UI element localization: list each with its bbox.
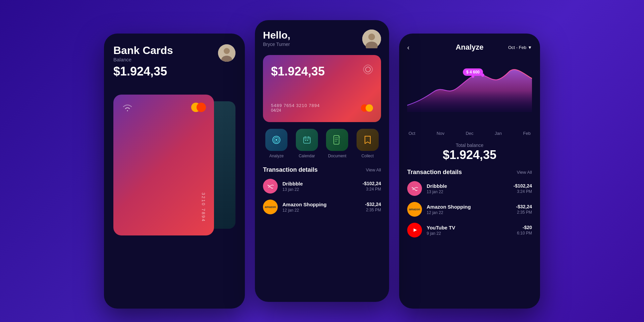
youtube-time-right: 6:10 PM [517,231,532,235]
youtube-info-right: YouTube TV 9 jan 22 [427,225,512,236]
balance-amount-left: $1.924,35 [113,64,173,78]
amazon-info-right: Amazon Shopping 12 jan 22 [427,204,512,215]
collect-label: Collect [361,154,374,158]
youtube-amount-right: -$20 [517,225,532,230]
tx-section-title-center: Transaction details [263,166,318,173]
amazon-logo-center: amazon [263,200,278,214]
chevron-down-icon: ▼ [528,45,532,50]
balance-label: Balance [113,57,173,62]
transactions-header-right: Transaction details View All [407,169,532,176]
bank-cards-title: Bank Cards [113,44,173,57]
svg-point-1 [224,48,230,54]
amazon-amount-center: -$32,24 [365,202,381,207]
left-phone-content: Bank Cards Balance $1.924,35 [113,44,173,87]
dribbble-info-center: Dribbble 13 jan 22 [282,181,358,192]
total-amount: $1.924,35 [407,148,532,162]
card-number-block: 5489 7654 3210 7894 04/24 [271,103,320,113]
svg-point-21 [411,185,418,192]
youtube-name-right: YouTube TV [427,225,512,230]
svg-rect-15 [334,136,339,144]
document-label: Document [328,154,346,158]
date-filter[interactable]: Oct - Feb ▼ [508,45,532,50]
tx-item-amazon-center: amazon Amazon Shopping 12 jan 22 -$32,24… [263,200,381,214]
contactless-icon [363,64,373,77]
greeting-block: Hello, Bryce Turner [263,30,290,47]
svg-point-19 [267,183,274,190]
right-header: ‹ Analyze Oct - Feb ▼ [407,43,532,52]
analyze-label: Analyze [269,154,284,158]
tx-item-amazon-right: amazon Amazon Shopping 12 jan 22 -$32,24… [407,202,532,217]
dribbble-amount-right: -$102,24 [514,183,532,189]
dribbble-logo-right [407,181,422,196]
chart-svg [407,58,532,112]
center-phone: Hello, Bryce Turner $1.924,35 5489 7654 … [255,20,389,302]
dribbble-time-center: 3:24 PM [363,187,381,192]
svg-rect-14 [307,140,308,141]
view-all-center[interactable]: View All [366,167,381,172]
tx-section-title-right: Transaction details [407,169,462,176]
chart-container: $ 4 600 [407,58,532,125]
dribbble-name-center: Dribbble [282,181,358,186]
calendar-icon [296,129,318,151]
contactless-svg [363,64,373,74]
total-label: Total balance [407,143,532,148]
svg-point-8 [275,139,277,141]
dribbble-info-right: Dribbble 13 jan 22 [427,183,509,194]
amazon-name-right: Amazon Shopping [427,204,512,210]
mc-small-yellow [366,104,373,112]
chart-tooltip: $ 4 600 [463,68,483,76]
amazon-date-right: 12 jan 22 [427,210,512,215]
tx-item-dribbble-right: Dribbble 13 jan 22 -$102,24 3:24 PM [407,181,532,196]
card-main[interactable]: 3210 7894 [113,95,214,235]
amazon-text-center: amazon [265,205,276,209]
analyze-icon [265,129,287,151]
amazon-name-center: Amazon Shopping [282,202,361,207]
card-details-row: 5489 7654 3210 7894 04/24 [271,103,373,113]
mastercard-logo [195,103,206,112]
amazon-amount-col-center: -$32,24 2:35 PM [365,202,381,212]
balance-card: $1.924,35 5489 7654 3210 7894 04/24 [263,55,381,122]
chart-label-jan: Jan [495,131,502,136]
avatar-image-left [218,44,235,62]
dribbble-logo-center [263,179,278,194]
avatar-left [218,44,235,62]
back-button[interactable]: ‹ [407,44,410,51]
card-expiry: 04/24 [271,108,320,113]
calendar-label: Calendar [299,154,315,158]
tx-item-youtube-right: YouTube TV 9 jan 22 -$20 6:10 PM [407,223,532,237]
transactions-header-center: Transaction details View All [263,166,381,173]
amazon-amount-col-right: -$32,24 2:35 PM [516,204,532,215]
action-analyze[interactable]: Analyze [263,129,290,158]
action-calendar[interactable]: Calendar [293,129,321,158]
dribbble-name-right: Dribbble [427,183,509,189]
youtube-amount-col-right: -$20 6:10 PM [517,225,532,235]
center-header: Hello, Bryce Turner [263,30,381,48]
avatar-center [362,30,381,48]
chart-label-nov: Nov [437,131,444,136]
amazon-time-right: 2:35 PM [516,210,532,215]
view-all-right[interactable]: View All [517,170,532,175]
balance-card-amount: $1.924,35 [271,64,373,78]
chart-label-feb: Feb [523,131,531,136]
youtube-date-right: 9 jan 22 [427,231,512,236]
cards-stack: 3210 7894 [113,95,235,242]
dribbble-date-right: 13 jan 22 [427,190,509,194]
dribbble-amount-col-right: -$102,24 3:24 PM [514,183,532,194]
total-balance-section: Total balance $1.924,35 [407,143,532,162]
dribbble-date-center: 13 jan 22 [282,187,358,192]
amazon-info-center: Amazon Shopping 12 jan 22 [282,202,361,213]
user-name: Bryce Turner [263,42,290,47]
action-document[interactable]: Document [324,129,351,158]
analyze-title: Analyze [455,43,483,52]
right-phone: ‹ Analyze Oct - Feb ▼ [399,34,540,309]
svg-rect-13 [305,140,306,141]
date-range-text: Oct - Feb [508,45,526,50]
left-phone: Bank Cards Balance $1.924,35 [104,34,245,309]
greeting-text: Hello, [263,30,290,41]
collect-icon [357,129,379,151]
card-number: 5489 7654 3210 7894 [271,103,320,108]
action-collect[interactable]: Collect [354,129,381,158]
amazon-amount-right: -$32,24 [516,204,532,209]
chart-label-dec: Dec [466,131,473,136]
tx-item-dribbble-center: Dribbble 13 jan 22 -$102,24 3:24 PM [263,179,381,194]
